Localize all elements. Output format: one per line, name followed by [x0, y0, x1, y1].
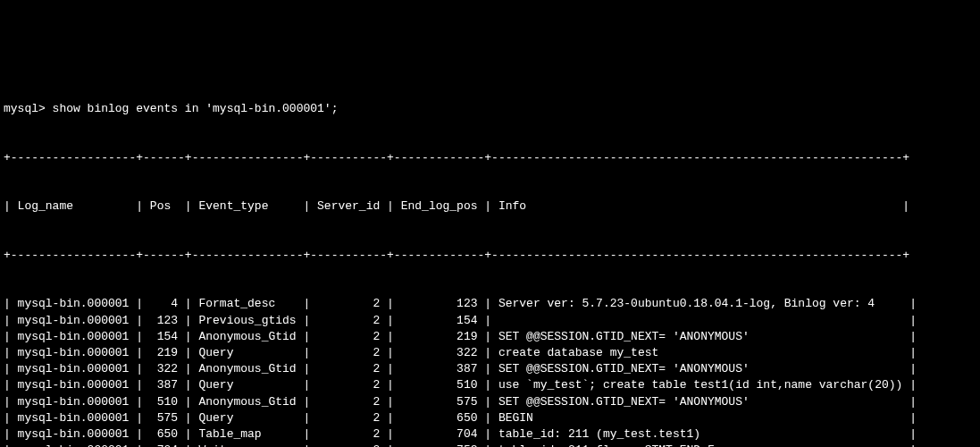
terminal-output: mysql> show binlog events in 'mysql-bin.… — [0, 69, 980, 447]
table-row: | mysql-bin.000001 | 322 | Anonymous_Gti… — [0, 361, 980, 377]
mysql-prompt: mysql> show binlog events in 'mysql-bin.… — [0, 101, 980, 117]
table-row: | mysql-bin.000001 | 123 | Previous_gtid… — [0, 313, 980, 329]
table-row: | mysql-bin.000001 | 4 | Format_desc | 2… — [0, 296, 980, 312]
table-border-top: +------------------+------+-------------… — [0, 150, 980, 166]
table-row: | mysql-bin.000001 | 219 | Query | 2 | 3… — [0, 345, 980, 361]
table-row: | mysql-bin.000001 | 154 | Anonymous_Gti… — [0, 329, 980, 345]
table-body: | mysql-bin.000001 | 4 | Format_desc | 2… — [0, 296, 980, 447]
table-border-header: +------------------+------+-------------… — [0, 248, 980, 264]
table-row: | mysql-bin.000001 | 387 | Query | 2 | 5… — [0, 377, 980, 393]
table-row: | mysql-bin.000001 | 510 | Anonymous_Gti… — [0, 394, 980, 410]
table-row: | mysql-bin.000001 | 650 | Table_map | 2… — [0, 426, 980, 443]
table-header: | Log_name | Pos | Event_type | Server_i… — [0, 198, 980, 215]
table-row: | mysql-bin.000001 | 704 | Write_rows | … — [0, 443, 980, 447]
table-row: | mysql-bin.000001 | 575 | Query | 2 | 6… — [0, 410, 980, 426]
